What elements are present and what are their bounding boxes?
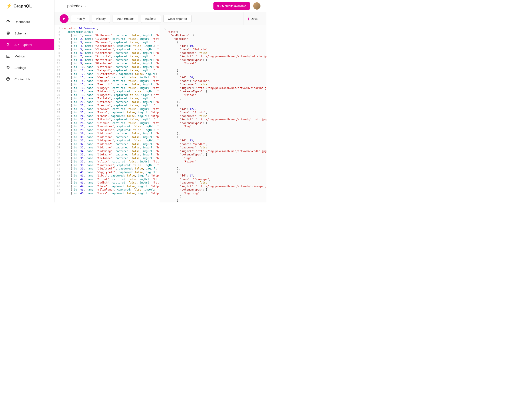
play-icon [62,17,66,20]
prettify-button[interactable]: Prettify [71,15,89,23]
chart-icon [6,54,10,58]
explorer-button[interactable]: Explorer [141,15,161,23]
sidebar-item-api-explorer[interactable]: API Explorer [0,39,54,50]
sidebar-item-label: Dashboard [14,20,30,24]
database-icon [6,31,10,35]
topbar: pokedex ▾ 9385 credits available [54,0,266,12]
history-button[interactable]: History [92,15,110,23]
credits-button[interactable]: 9385 credits available [213,2,250,10]
chevron-left-icon: ❮ [247,17,250,20]
sidebar-item-metrics[interactable]: Metrics [0,50,54,62]
svg-point-0 [7,32,9,33]
docs-label: Docs [251,17,257,20]
question-icon [6,77,10,81]
gear-icon [6,66,10,69]
query-editor[interactable]: 1▾mutation AddPokemon {2▾ addPokemon(inp… [54,25,160,202]
bolt-icon: ⚡ [6,3,12,9]
toolbar: Prettify History Auth Header Explorer Co… [54,12,266,25]
gauge-icon [6,20,10,24]
sidebar-item-dashboard[interactable]: Dashboard [0,16,54,27]
search-icon [6,43,10,47]
sidebar: ⚡ GraphQL Dashboard Schema API Explore [0,0,54,202]
sidebar-item-label: Metrics [14,54,25,58]
editor-area: 1▾mutation AddPokemon {2▾ addPokemon(inp… [54,25,266,202]
code-exporter-button[interactable]: Code Exporter [163,15,192,23]
svg-point-1 [7,43,9,45]
result-pane[interactable]: ▾{▾ "data": { "addPokemon": { "pokemon":… [160,25,266,202]
sidebar-item-label: Settings [14,66,26,69]
avatar[interactable] [253,2,261,10]
docs-button[interactable]: ❮ Docs [243,12,261,25]
query-pane: 1▾mutation AddPokemon {2▾ addPokemon(inp… [54,25,160,202]
sidebar-item-schema[interactable]: Schema [0,27,54,39]
sidebar-item-label: API Explorer [14,43,32,47]
run-button[interactable] [60,14,69,23]
auth-header-button[interactable]: Auth Header [113,15,138,23]
sidebar-item-settings[interactable]: Settings [0,62,54,73]
logo[interactable]: ⚡ GraphQL [0,0,54,12]
main: pokedex ▾ 9385 credits available Prettif… [54,0,266,202]
project-selector[interactable]: pokedex ▾ [60,4,86,8]
sidebar-item-label: Schema [14,32,26,35]
caret-down-icon: ▾ [85,5,86,7]
project-name: pokedex [67,4,83,8]
sidebar-item-label: Contact Us [14,77,30,81]
logo-text: GraphQL [13,4,32,8]
sidebar-item-contact[interactable]: Contact Us [0,73,54,85]
nav: Dashboard Schema API Explorer Metrics [0,12,54,85]
